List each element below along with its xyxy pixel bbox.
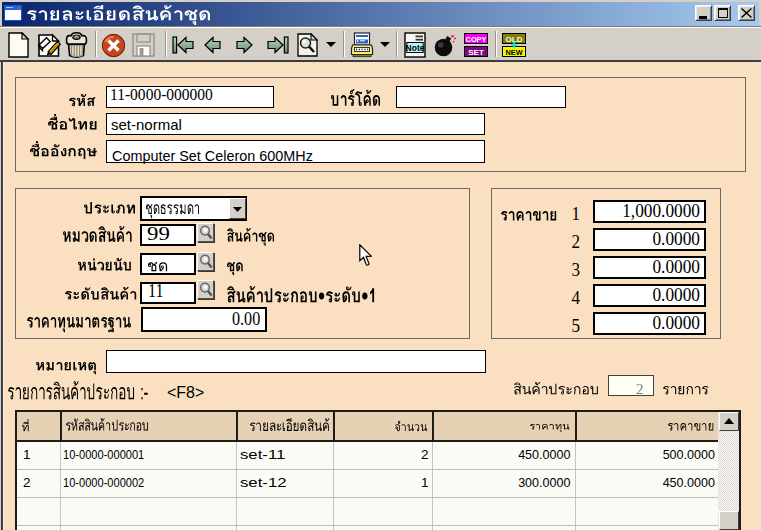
svg-text:Note: Note xyxy=(406,43,425,53)
